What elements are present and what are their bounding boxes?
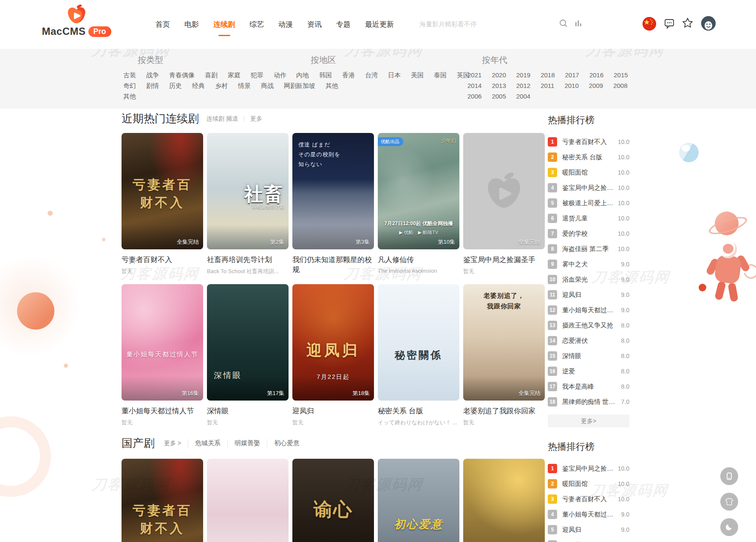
filter-tag[interactable]: 动作 [274, 71, 286, 79]
series-quick-link[interactable]: 初心爱意 [267, 439, 306, 447]
poster-image[interactable]: 谕心 [292, 459, 374, 542]
filter-tag[interactable]: 2006 [467, 93, 481, 100]
poster-image[interactable]: 社畜 再培训先导计划 第2集 [207, 133, 289, 249]
rank-label[interactable]: 迎凤归 [562, 291, 619, 299]
more-link[interactable]: 更多 > [164, 440, 188, 447]
filter-tag[interactable]: 2018 [541, 71, 555, 79]
filter-tag[interactable]: 泰国 [434, 71, 447, 79]
rank-label[interactable]: 逆爱 [562, 367, 619, 375]
filter-tag[interactable]: 商战 [261, 82, 274, 89]
chart-bars-icon[interactable] [575, 20, 582, 29]
rank-label[interactable]: 迎凤归 [562, 526, 619, 534]
filter-tag[interactable]: 2009 [589, 82, 603, 89]
series-title[interactable]: 老婆别追了我跟你回家 [463, 406, 545, 416]
rank-label[interactable]: 董小姐每天都过情人节 [562, 306, 619, 314]
site-logo[interactable]: MacCMS Pro [42, 4, 110, 37]
star-icon[interactable] [682, 17, 694, 31]
filter-tag[interactable]: 其他 [123, 93, 136, 100]
rank-label[interactable]: 雾中之犬 [562, 260, 619, 268]
series-card[interactable]: 初心爱意 [378, 459, 459, 542]
series-quick-link[interactable]: 危城关系 [188, 439, 227, 447]
rank-item[interactable]: 18 黑律师的痴情 世界... 7.0 [548, 394, 629, 409]
series-card[interactable]: 秘密關係 秘密关系 台版 イッて終わりなわけがない！ ... [378, 284, 459, 426]
nav-item-anime[interactable]: 动漫 [278, 20, 293, 29]
user-avatar-icon[interactable] [701, 16, 716, 31]
rank-item[interactable]: 8 海盗佳丽 第二季 10.0 [548, 241, 629, 257]
theme-skin-button[interactable] [720, 493, 738, 511]
filter-tag[interactable]: 香港 [342, 71, 355, 79]
ranking-more-button[interactable]: 更多> [548, 415, 629, 427]
series-title[interactable]: 鉴宝局中局之捡漏圣手 [463, 255, 545, 265]
filter-tag[interactable]: 喜剧 [205, 71, 218, 79]
filter-tag[interactable]: 战争 [146, 71, 159, 79]
poster-image[interactable]: 初心爱意 [378, 459, 459, 542]
filter-tag[interactable]: 网剧 [284, 82, 297, 89]
mobile-qrcode-button[interactable] [720, 467, 738, 485]
poster-image[interactable]: 僕達 ばまだ その星の校則を 知らない 第3集 [292, 133, 374, 249]
filter-tag[interactable]: 2021 [467, 71, 481, 79]
filter-tag[interactable]: 台湾 [365, 71, 378, 79]
rank-item[interactable]: 6 退货儿童 10.0 [548, 211, 629, 226]
nav-item-recent[interactable]: 最近更新 [365, 20, 394, 29]
series-card[interactable]: 深情眼 第17集 深情眼 暂无 [207, 284, 289, 426]
filter-tag[interactable]: 2015 [614, 71, 628, 79]
poster-image[interactable]: 亏妻者百 财不入 全集完结 [122, 133, 203, 249]
poster-image[interactable]: 深情眼 第17集 [207, 284, 289, 401]
series-card[interactable]: 亏妻者百 财不入 全集完结 亏妻者百财不入 暂无 [122, 133, 203, 275]
filter-tag[interactable]: 古装 [123, 71, 136, 79]
china-flag-icon[interactable] [643, 17, 656, 31]
series-card[interactable]: 僕達 ばまだ その星の校則を 知らない 第3集 我们仍未知道那颗星的校规 [292, 133, 374, 277]
rank-item[interactable]: 10 浴血荣光 9.0 [548, 272, 629, 287]
filter-tag[interactable]: 奇幻 [123, 82, 136, 89]
rank-label[interactable]: 暖阳面馆 [562, 169, 616, 177]
poster-image[interactable]: 董小姐每天都过情人节 第16集 [122, 284, 203, 401]
rank-label[interactable]: 亏妻者百财不入 [562, 495, 616, 503]
filter-tag[interactable]: 2016 [589, 71, 603, 79]
filter-tag[interactable]: 历史 [169, 82, 182, 89]
rank-label[interactable]: 退货儿童 [562, 215, 616, 223]
series-title[interactable]: 董小姐每天都过情人节 [122, 406, 203, 416]
rank-item[interactable]: 11 迎凤归 9.0 [548, 287, 629, 302]
rank-label[interactable]: 被极道上司爱上以后 [562, 199, 616, 207]
series-card[interactable]: 亏妻者百 财不入 [122, 459, 203, 542]
filter-tag[interactable]: 2014 [467, 82, 481, 89]
filter-tag[interactable]: 2011 [541, 82, 554, 89]
filter-tag[interactable]: 2004 [516, 93, 530, 100]
rank-label[interactable]: 摄政王他又争又抢 [562, 322, 619, 330]
poster-image[interactable]: 迎凤归 7月22日起 第18集 [292, 284, 374, 401]
rank-label[interactable]: 恋爱潜伏 [562, 337, 619, 345]
rank-item[interactable]: 15 深情眼 8.0 [548, 348, 629, 364]
rank-item[interactable]: 3 亏妻者百财不入 10.0 [548, 491, 629, 507]
rank-label[interactable]: 暖阳面馆 [562, 480, 616, 488]
filter-tag[interactable]: 内地 [296, 71, 309, 79]
rank-item[interactable]: 2 秘密关系 台版 10.0 [548, 150, 629, 165]
rank-label[interactable]: 我本是高峰 [562, 383, 619, 391]
poster-placeholder[interactable]: 全集完结 [463, 133, 545, 249]
filter-tag[interactable]: 新加坡 [296, 82, 315, 89]
series-card[interactable]: 谕心 [292, 459, 374, 542]
rank-label[interactable]: 深情眼 [562, 352, 619, 360]
series-title[interactable]: 深情眼 [207, 406, 289, 416]
series-quick-link[interactable]: 明媒善娶 [227, 439, 267, 447]
rank-item[interactable]: 1 亏妻者百财不入 10.0 [548, 134, 629, 150]
series-card[interactable]: 迎凤归 7月22日起 第18集 迎凤归 暂无 [292, 284, 374, 426]
series-title[interactable]: 亏妻者百财不入 [122, 255, 203, 265]
nav-item-series[interactable]: 连续剧 [213, 20, 235, 29]
rank-item[interactable]: 4 鉴宝局中局之捡漏... 10.0 [548, 180, 629, 195]
filter-tag[interactable]: 经典 [192, 82, 205, 89]
rank-item[interactable]: 3 暖阳面馆 10.0 [548, 165, 629, 180]
dark-mode-button[interactable] [720, 518, 738, 536]
series-card[interactable]: 董小姐每天都过情人节 第16集 董小姐每天都过情人节 暂无 [122, 284, 203, 426]
filter-tag[interactable]: 2005 [492, 93, 506, 100]
nav-item-news[interactable]: 资讯 [307, 20, 322, 29]
filter-tag[interactable]: 美国 [411, 71, 424, 79]
filter-tag[interactable]: 2020 [492, 71, 506, 79]
rank-item[interactable]: 9 雾中之犬 9.0 [548, 257, 629, 272]
rank-item[interactable]: 13 摄政王他又争又抢 8.0 [548, 318, 629, 333]
rank-item[interactable]: 16 逆爱 8.0 [548, 364, 629, 379]
rank-label[interactable]: 董小姐每天都过情人节 [562, 511, 619, 519]
series-title[interactable]: 秘密关系 台版 [378, 406, 459, 416]
rank-item[interactable]: 14 恋爱潜伏 8.0 [548, 333, 629, 348]
rank-item[interactable]: 17 我本是高峰 8.0 [548, 379, 629, 394]
filter-tag[interactable]: 青春偶像 [169, 71, 195, 79]
